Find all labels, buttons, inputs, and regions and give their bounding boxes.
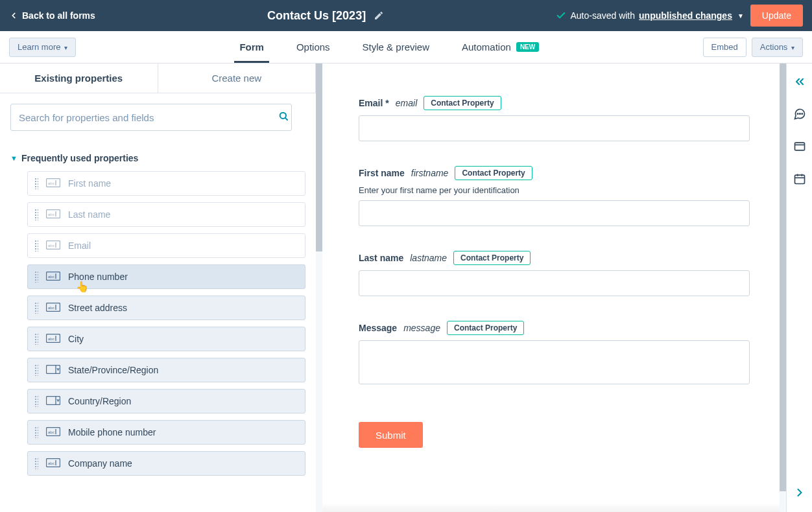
drag-handle-icon[interactable] <box>34 333 38 345</box>
svg-rect-35 <box>794 175 804 183</box>
actions-button[interactable]: Actions ▾ <box>752 38 803 57</box>
main-tabs: Form Options Style & preview Automation … <box>76 31 702 63</box>
property-item: abcEmail <box>27 233 305 258</box>
form-canvas: Email *emailContact PropertyFirst namefi… <box>322 64 786 512</box>
embed-button[interactable]: Embed <box>703 38 746 57</box>
text-field-icon: abc <box>46 240 60 251</box>
chevron-down-icon: ▾ <box>791 44 794 51</box>
drag-handle-icon[interactable] <box>34 302 38 314</box>
svg-point-32 <box>802 113 802 114</box>
property-item[interactable]: State/Province/Region <box>27 358 305 382</box>
form-field[interactable]: MessagemessageContact Property <box>359 321 750 384</box>
contact-property-badge: Contact Property <box>424 96 501 110</box>
drag-handle-icon[interactable] <box>34 426 38 438</box>
form-input[interactable] <box>359 115 750 141</box>
text-field-icon: abc <box>46 303 60 314</box>
property-item-label: Street address <box>68 303 127 313</box>
property-item[interactable]: abcStreet address <box>27 296 305 320</box>
drag-handle-icon[interactable] <box>34 364 38 376</box>
required-asterisk: * <box>385 98 388 108</box>
property-item-label: Company name <box>68 458 132 469</box>
status-wrap: Auto-saved with unpublished changes ▼ Up… <box>556 5 803 27</box>
drag-handle-icon <box>34 178 38 189</box>
svg-rect-33 <box>794 143 804 150</box>
expand-icon[interactable] <box>793 486 806 499</box>
property-item-label: First name <box>68 178 111 189</box>
form-input[interactable] <box>359 270 750 296</box>
chevron-down-icon: ▼ <box>737 12 744 19</box>
pencil-icon[interactable] <box>374 10 384 21</box>
properties-tabs: Existing properties Create new <box>0 64 316 93</box>
submit-button[interactable]: Submit <box>359 422 423 448</box>
update-button[interactable]: Update <box>750 5 803 27</box>
left-scrollbar[interactable] <box>316 64 322 512</box>
text-field-icon: abc <box>46 458 60 469</box>
drag-handle-icon[interactable] <box>34 395 38 407</box>
drag-handle-icon[interactable] <box>34 458 38 469</box>
auto-saved-indicator[interactable]: Auto-saved with unpublished changes ▼ <box>556 10 743 21</box>
tab-label: Options <box>296 41 330 52</box>
tab-automation[interactable]: Automation NEW <box>462 31 539 63</box>
field-internal-name: message <box>403 323 440 333</box>
canvas-inner: Email *emailContact PropertyFirst namefi… <box>322 64 786 467</box>
chat-icon[interactable] <box>793 108 806 121</box>
section-frequently-used[interactable]: ▼ Frequently used properties <box>0 141 316 171</box>
property-item[interactable]: Country/Region <box>27 389 305 413</box>
back-link-label: Back to all forms <box>22 10 95 21</box>
drag-handle-icon[interactable] <box>34 271 38 283</box>
search-input[interactable] <box>10 104 292 131</box>
tab-options[interactable]: Options <box>296 31 330 63</box>
tab-create-new[interactable]: Create new <box>158 64 316 93</box>
learn-more-button[interactable]: Learn more ▾ <box>9 38 76 57</box>
property-item-label: Last name <box>68 209 110 220</box>
form-textarea[interactable] <box>359 340 750 384</box>
calendar-icon[interactable] <box>793 172 806 185</box>
drag-handle-icon <box>34 209 38 220</box>
property-item-label: State/Province/Region <box>68 365 158 375</box>
actions-label: Actions <box>760 42 788 52</box>
text-field-icon: abc <box>46 427 60 438</box>
svg-line-1 <box>285 118 287 120</box>
form-title-wrap: Contact Us [2023] <box>95 9 556 23</box>
tab-existing-properties[interactable]: Existing properties <box>0 64 158 93</box>
collapse-icon[interactable] <box>793 75 806 88</box>
auto-saved-link: unpublished changes <box>639 10 732 21</box>
tab-form[interactable]: Form <box>239 31 264 63</box>
field-helper-text: Enter your first name per your identific… <box>359 185 750 195</box>
chevron-down-icon: ▾ <box>64 44 67 51</box>
form-title: Contact Us [2023] <box>267 9 366 23</box>
contact-property-badge: Contact Property <box>447 321 524 335</box>
canvas-scroll-thumb[interactable] <box>780 64 786 491</box>
browser-icon[interactable] <box>793 140 806 153</box>
tab-label: Style & preview <box>363 41 429 52</box>
property-item[interactable]: abcPhone number👆 <box>27 264 305 289</box>
svg-text:abc: abc <box>48 244 54 248</box>
canvas-scrollbar[interactable] <box>780 64 786 512</box>
new-badge: NEW <box>516 42 539 52</box>
body-area: Existing properties Create new ▼ Frequen… <box>0 64 812 512</box>
chevron-down-icon: ▼ <box>10 154 18 162</box>
tab-style-preview[interactable]: Style & preview <box>363 31 429 63</box>
field-internal-name: email <box>396 98 417 108</box>
property-item[interactable]: abcCompany name <box>27 451 305 476</box>
property-item[interactable]: abcCity <box>27 327 305 351</box>
text-field-icon: abc <box>46 178 60 189</box>
property-item-label: Mobile phone number <box>68 427 156 437</box>
back-to-forms-link[interactable]: Back to all forms <box>9 10 95 21</box>
form-field[interactable]: Email *emailContact Property <box>359 96 750 141</box>
left-scroll-thumb[interactable] <box>316 64 322 251</box>
form-field[interactable]: First namefirstnameContact PropertyEnter… <box>359 166 750 226</box>
svg-text:abc: abc <box>48 461 54 465</box>
right-rail <box>786 64 812 512</box>
chevron-left-icon <box>9 11 18 20</box>
form-field[interactable]: Last namelastnameContact Property <box>359 251 750 296</box>
left-properties-panel: Existing properties Create new ▼ Frequen… <box>0 64 316 512</box>
property-item[interactable]: abcMobile phone number <box>27 420 305 445</box>
form-input[interactable] <box>359 200 750 226</box>
top-header: Back to all forms Contact Us [2023] Auto… <box>0 0 812 31</box>
field-label-row: MessagemessageContact Property <box>359 321 750 335</box>
svg-text:abc: abc <box>48 337 54 341</box>
search-icon[interactable] <box>278 111 289 124</box>
field-label-row: Email *emailContact Property <box>359 96 750 110</box>
learn-more-label: Learn more <box>18 42 60 52</box>
